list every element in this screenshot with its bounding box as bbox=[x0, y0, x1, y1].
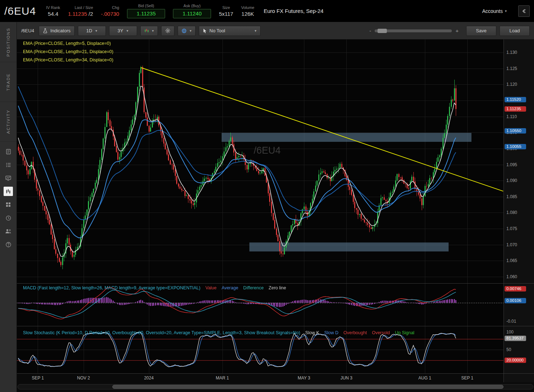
price-tick-label: 1.065 bbox=[506, 258, 517, 263]
clock-icon[interactable] bbox=[4, 213, 13, 223]
monitor-icon[interactable] bbox=[4, 173, 13, 183]
chart-area: EMA (Price=CLOSE, Length=5, Displace=0)E… bbox=[17, 39, 503, 373]
ask-button[interactable]: 1.11240 bbox=[173, 9, 211, 18]
chart-icon[interactable] bbox=[4, 187, 13, 196]
tab-label: POSITIONS bbox=[6, 28, 10, 57]
globe-icon bbox=[182, 28, 187, 33]
time-tick-label: AUG 1 bbox=[414, 375, 436, 381]
ema-study-label: EMA (Price=CLOSE, Length=5, Displace=0) bbox=[23, 41, 113, 46]
sessions-dropdown[interactable]: ▾ bbox=[178, 26, 196, 36]
time-axis[interactable]: SEP 1NOV 22024MAR 1MAY 3JUN 3AUG 1SEP 1 bbox=[17, 373, 503, 382]
zoom-out-button[interactable]: - bbox=[369, 28, 371, 34]
timeframe-dropdown[interactable]: 1D ▾ bbox=[78, 26, 106, 36]
time-tick-label: 2024 bbox=[138, 375, 160, 381]
people-icon[interactable] bbox=[4, 227, 13, 236]
chevron-down-icon: ▾ bbox=[95, 29, 97, 33]
range-value: 3Y bbox=[118, 28, 123, 33]
candlestick-icon bbox=[144, 28, 149, 33]
pane-divider bbox=[504, 283, 534, 284]
last-price-bubble: 1.11235 bbox=[505, 106, 526, 112]
volume-label: Volume bbox=[241, 5, 254, 10]
price-chart-canvas[interactable] bbox=[17, 39, 503, 373]
stoch-tick-label: 100 bbox=[506, 330, 514, 335]
load-button[interactable]: Load bbox=[500, 26, 530, 36]
zoom-slider-thumb[interactable] bbox=[378, 29, 387, 33]
chart-scrollbar[interactable] bbox=[18, 384, 533, 389]
chevron-down-icon: ▾ bbox=[190, 29, 192, 33]
price-tick-label: 1.070 bbox=[506, 242, 517, 247]
macd-legend: ValueAverageDifferenceZero line bbox=[200, 285, 286, 290]
symbol-title: /6EU4 bbox=[4, 5, 36, 17]
legend-item: Zero line bbox=[269, 285, 286, 290]
legend-item: Value bbox=[205, 285, 216, 290]
indicators-button[interactable]: Indicators bbox=[39, 26, 74, 36]
sidebar-tab-positions[interactable]: POSITIONS bbox=[0, 22, 17, 62]
chart-panel: /6EU4 Indicators 1D ▾ 3Y ▾ ▾ ▾ bbox=[17, 22, 534, 392]
accounts-menu[interactable]: Accounts ▾ bbox=[482, 8, 507, 14]
legend-item: Average bbox=[222, 285, 238, 290]
stoch-tick-label: 50 bbox=[506, 347, 511, 352]
size-label: Size bbox=[222, 5, 230, 10]
ema-study-label: EMA (Price=CLOSE, Length=34, Displace=0) bbox=[23, 57, 113, 62]
chart-scrollbar-thumb[interactable] bbox=[112, 385, 503, 389]
notes-icon[interactable] bbox=[4, 147, 13, 156]
ema5-bubble: 1.11520 bbox=[505, 97, 526, 102]
sidebar-tab-activity[interactable]: ACTIVITY bbox=[0, 102, 17, 142]
apps-grid-icon[interactable] bbox=[4, 200, 13, 209]
ema34-bubble: 1.10055 bbox=[505, 144, 526, 149]
pane-divider bbox=[504, 326, 534, 326]
instrument-description: Euro FX Futures, Sep-24 bbox=[264, 8, 324, 14]
time-tick-label: JUN 3 bbox=[336, 375, 357, 381]
load-label: Load bbox=[510, 28, 520, 33]
macd-study-label: MACD (Fast length=12, Slow length=26, MA… bbox=[23, 285, 200, 290]
left-sidebar: POSITIONS TRADE ACTIVITY bbox=[0, 22, 17, 392]
cursor-icon bbox=[203, 28, 207, 33]
tab-label: ACTIVITY bbox=[6, 109, 10, 134]
price-tick-label: 1.085 bbox=[506, 194, 517, 199]
chart-settings-button[interactable] bbox=[161, 26, 174, 36]
legend-item: Slow D bbox=[324, 330, 338, 335]
gear-icon bbox=[165, 28, 170, 33]
tab-label: TRADE bbox=[6, 73, 10, 91]
time-tick-label: NOV 2 bbox=[73, 375, 94, 381]
time-tick-label: SEP 1 bbox=[456, 375, 478, 381]
legend-item: Oversold bbox=[372, 330, 390, 335]
ema-study-label: EMA (Price=CLOSE, Length=21, Displace=0) bbox=[23, 49, 113, 54]
stochastic-study-label: Slow Stochastic (K Period=10, D Period=1… bbox=[23, 330, 300, 335]
chevron-left-icon bbox=[521, 9, 526, 14]
chevron-down-icon: ▾ bbox=[255, 29, 257, 33]
trading-platform-window: /6EU4 IV Rank 54.4 Last / Size 1.11235 /… bbox=[0, 0, 534, 392]
sidebar-tab-trade[interactable]: TRADE bbox=[0, 62, 17, 102]
save-button[interactable]: Save bbox=[466, 26, 496, 36]
watchlist-icon[interactable] bbox=[4, 160, 13, 169]
macd-tick-label: -0.01 bbox=[506, 319, 516, 324]
stochastic-study-label-row: Slow Stochastic (K Period=10, D Period=1… bbox=[23, 330, 414, 335]
drawing-tool-dropdown[interactable]: No Tool ▾ bbox=[199, 26, 261, 36]
ema21-bubble: 1.10550 bbox=[505, 128, 526, 134]
price-tick-label: 1.130 bbox=[506, 50, 517, 55]
chevron-down-icon: ▾ bbox=[126, 29, 128, 33]
collapse-panel-button[interactable] bbox=[518, 5, 530, 17]
bid-button[interactable]: 1.11235 bbox=[127, 9, 165, 18]
time-tick-label: MAY 3 bbox=[293, 375, 315, 381]
accounts-label: Accounts bbox=[482, 8, 503, 14]
range-dropdown[interactable]: 3Y ▾ bbox=[109, 26, 137, 36]
stoch-value-bubble: 81.39537 bbox=[505, 336, 526, 341]
price-tick-label: 1.125 bbox=[506, 66, 517, 71]
price-axis[interactable]: 1.1301.1251.1201.1151.1101.1051.1001.095… bbox=[503, 39, 534, 382]
iv-rank-label: IV Rank bbox=[46, 5, 60, 10]
price-tick-label: 1.075 bbox=[506, 226, 517, 231]
legend-item: Up Signal bbox=[395, 330, 414, 335]
volume-value: 126K bbox=[242, 11, 254, 17]
chart-style-dropdown[interactable]: ▾ bbox=[140, 26, 158, 36]
macd-value-bubble: 0.00106 bbox=[505, 298, 526, 303]
zoom-in-button[interactable]: + bbox=[455, 28, 459, 34]
chevron-down-icon: ▾ bbox=[152, 29, 154, 33]
price-tick-label: 1.060 bbox=[506, 274, 517, 279]
help-icon[interactable] bbox=[4, 240, 13, 249]
macd-value-bubble: 0.00746 bbox=[505, 286, 526, 291]
zoom-slider[interactable] bbox=[375, 29, 452, 32]
last-price: 1.11235 bbox=[68, 11, 87, 17]
price-tick-label: 1.090 bbox=[506, 178, 517, 183]
size-value: 5x117 bbox=[219, 11, 233, 17]
